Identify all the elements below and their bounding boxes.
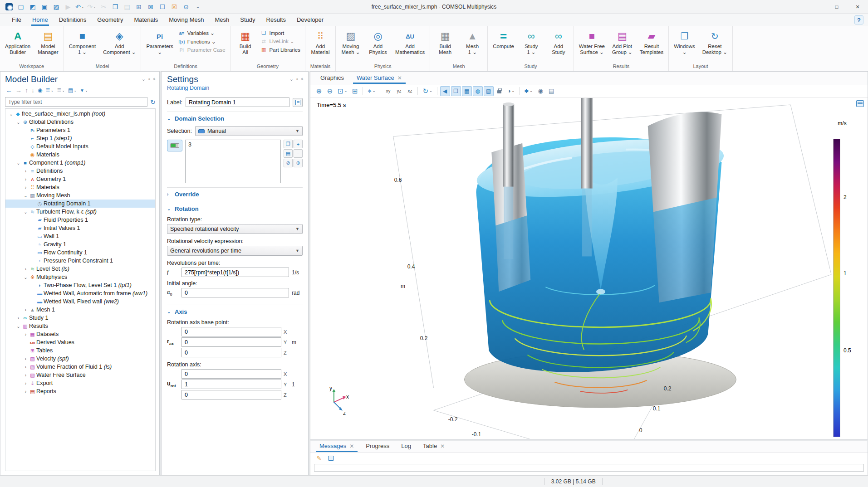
- copy-messages-icon[interactable]: [326, 453, 336, 463]
- application-builder-button[interactable]: AApplicationBuilder: [2, 28, 34, 56]
- remove-from-selection-icon[interactable]: −: [294, 149, 303, 158]
- tree-expander[interactable]: ⌄: [15, 161, 21, 166]
- tree-expander[interactable]: ›: [23, 332, 29, 337]
- show-name-button[interactable]: [293, 98, 303, 107]
- tree-node-free-surface-mixer-ls-mph[interactable]: ⌄◆free_surface_mixer_ls.mph (root): [5, 110, 155, 118]
- zoom-out-icon[interactable]: ⊖: [325, 86, 335, 96]
- tree-node-water-free-surface[interactable]: ›▧Water Free Surface: [5, 371, 155, 379]
- tree-node-component-1[interactable]: ⌄■Component 1 (comp1): [5, 159, 155, 167]
- add-to-selection-icon[interactable]: +: [294, 140, 303, 148]
- clear-messages-icon[interactable]: ✎: [314, 453, 324, 463]
- livelink-button[interactable]: ⇄LiveLink ⌄: [260, 38, 303, 45]
- close-tab-icon[interactable]: ✕: [349, 443, 354, 449]
- tree-expander[interactable]: ›: [23, 365, 29, 370]
- build-all-button[interactable]: ▦BuildAll: [232, 28, 259, 56]
- tree-expander[interactable]: ›: [23, 307, 29, 312]
- tree-node-rotating-domain-1[interactable]: ◷Rotating Domain 1: [5, 200, 155, 208]
- tree-node-flow-continuity-1[interactable]: ▭Flow Continuity 1: [5, 248, 155, 257]
- zoom-box-icon[interactable]: ⊡⌄: [336, 86, 349, 96]
- open-icon[interactable]: ◩: [27, 1, 38, 12]
- environment-reflections-icon[interactable]: ◍: [473, 86, 483, 96]
- tree-node-turbulent-flow-k[interactable]: ⌄≋Turbulent Flow, k-ε (spf): [5, 208, 155, 216]
- undo-icon[interactable]: ↶⌄: [74, 1, 85, 12]
- tree-node-study-1[interactable]: ›∞Study 1: [5, 314, 155, 322]
- help-button[interactable]: ?: [854, 15, 863, 24]
- zoom-to-selection-icon[interactable]: ⊕: [294, 159, 303, 167]
- active-toggle-button[interactable]: [167, 140, 182, 151]
- go-forward-icon[interactable]: →: [15, 86, 23, 94]
- close-button[interactable]: ✕: [847, 0, 868, 14]
- tree-node-derived-values[interactable]: 8.85Derived Values: [5, 338, 155, 346]
- tree-node-materials[interactable]: ◉Materials: [5, 151, 155, 159]
- tree-node-step-1[interactable]: ⌐Step 1 (step1): [5, 134, 155, 142]
- add-physics-button[interactable]: ◎AddPhysics: [365, 28, 391, 56]
- base-point-z-input[interactable]: [181, 348, 281, 357]
- show-material-color-icon[interactable]: ▧: [484, 86, 494, 96]
- tree-node-mesh-1[interactable]: ›▲Mesh 1: [5, 306, 155, 314]
- information-tab-table[interactable]: Table✕: [417, 441, 450, 452]
- base-point-y-input[interactable]: [181, 337, 281, 347]
- panel-float-icon[interactable]: ▫: [296, 76, 298, 91]
- model-tree-node-text-icon[interactable]: ▤⌄: [67, 87, 78, 94]
- tree-node-wetted-wall-automatic-from-frame[interactable]: ▬Wetted Wall, Automatic from frame (ww1): [5, 289, 155, 297]
- add-study-button[interactable]: ∞AddStudy: [545, 28, 572, 56]
- show-grid-icon[interactable]: ▦: [462, 86, 472, 96]
- duplicate-icon[interactable]: ⊞: [133, 1, 144, 12]
- compute-button[interactable]: =Compute: [490, 28, 517, 50]
- tree-node-export[interactable]: ›⇓Export: [5, 379, 155, 387]
- tree-node-parameters-1[interactable]: PiParameters 1: [5, 126, 155, 134]
- tree-node-global-definitions[interactable]: ⌄⊕Global Definitions: [5, 118, 155, 126]
- refresh-icon[interactable]: ↻: [150, 98, 156, 106]
- label-input[interactable]: [186, 97, 289, 107]
- tree-node-fluid-properties-1[interactable]: ▰Fluid Properties 1: [5, 216, 155, 224]
- close-tab-icon[interactable]: ✕: [397, 75, 402, 81]
- tree-node-definitions[interactable]: ›≡Definitions: [5, 167, 155, 175]
- move-down-icon[interactable]: ↓: [30, 86, 35, 94]
- reset-desktop-button[interactable]: ↻ResetDesktop ⌄: [699, 28, 731, 56]
- tree-node-pressure-point-constraint-1[interactable]: ◦Pressure Point Constraint 1: [5, 257, 155, 265]
- panel-pin-icon[interactable]: ⌖: [301, 76, 304, 91]
- ribbon-tab-study[interactable]: Study: [235, 15, 260, 26]
- parameter-case-button[interactable]: PiParameter Case: [177, 47, 228, 53]
- maximize-button[interactable]: □: [826, 0, 847, 14]
- tree-expander[interactable]: ›: [23, 356, 29, 361]
- selection-list[interactable]: 3: [185, 140, 281, 183]
- tree-node-gravity-1[interactable]: ≈Gravity 1: [5, 240, 155, 248]
- build-mesh-button[interactable]: ▦BuildMesh: [432, 28, 458, 56]
- customize-qat-icon[interactable]: ⌄: [192, 1, 203, 12]
- copy-selection-icon[interactable]: ❐: [284, 140, 293, 148]
- moving-mesh-button[interactable]: ▨MovingMesh ⌄: [338, 28, 364, 56]
- tree-expander[interactable]: ›: [23, 177, 29, 182]
- tree-node-two-phase-flow-level-set-1[interactable]: ◗Two-Phase Flow, Level Set 1 (tpf1): [5, 281, 155, 289]
- print-icon[interactable]: ▤: [546, 86, 556, 96]
- cut-icon[interactable]: ✂: [98, 1, 109, 12]
- ribbon-tab-results[interactable]: Results: [261, 15, 291, 26]
- import-button[interactable]: ❏Import: [260, 29, 303, 36]
- tree-node-results[interactable]: ⌄▥Results: [5, 322, 155, 330]
- tree-expander[interactable]: ⌄: [23, 193, 29, 198]
- study-1-button[interactable]: ∞Study1 ⌄: [518, 28, 544, 56]
- save-as-icon[interactable]: ▨: [51, 1, 62, 12]
- go-to-xy-view-icon[interactable]: xy: [383, 86, 393, 96]
- graphics-settings-icon[interactable]: ✱⌄: [522, 86, 535, 96]
- component-1-button[interactable]: ■Component1 ⌄: [66, 28, 99, 56]
- rotation-axis-z-input[interactable]: [181, 390, 281, 399]
- windows-button[interactable]: ❐Windows⌄: [671, 28, 698, 56]
- paste-icon[interactable]: ▤: [122, 1, 132, 12]
- tree-node-velocity[interactable]: ›▧Velocity (spf): [5, 355, 155, 363]
- result-templates-button[interactable]: ▰ResultTemplates: [637, 28, 667, 56]
- collapse-all-icon[interactable]: ≣⌄: [56, 87, 66, 94]
- information-tab-messages[interactable]: Messages✕: [314, 441, 359, 452]
- paste-selection-icon[interactable]: ▤: [284, 149, 293, 158]
- color-theme-icon[interactable]: ◑⌄: [505, 86, 517, 96]
- tree-node-wetted-wall-fixed-wall[interactable]: ▬Wetted Wall, Fixed wall (ww2): [5, 297, 155, 306]
- add-mathematics-button[interactable]: ΔUAddMathematics: [392, 28, 428, 56]
- tree-expander[interactable]: ›: [23, 267, 29, 272]
- lock-view-icon[interactable]: [495, 86, 505, 96]
- rotation-type-dropdown[interactable]: Specified rotational velocity ▼: [167, 224, 303, 234]
- selection-list-item[interactable]: 3: [188, 141, 278, 148]
- tree-expander[interactable]: ⌄: [23, 209, 29, 214]
- tree-node-initial-values-1[interactable]: ▰Initial Values 1: [5, 224, 155, 232]
- add-plot-group-button[interactable]: ▤Add PlotGroup ⌄: [609, 28, 636, 56]
- selection-dropdown[interactable]: Manual ▼: [195, 126, 303, 136]
